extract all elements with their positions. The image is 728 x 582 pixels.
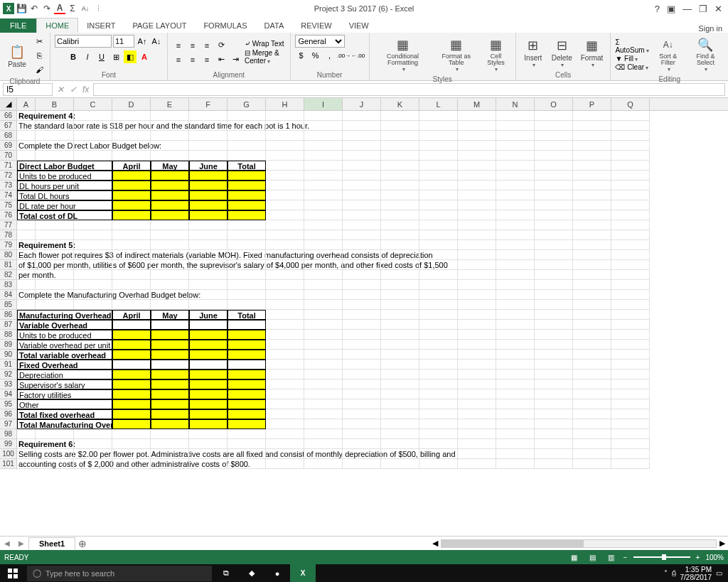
tab-review[interactable]: REVIEW (292, 18, 340, 33)
format-button[interactable]: ▦Format (578, 36, 606, 70)
cell-H86[interactable] (266, 310, 304, 320)
cell-K71[interactable] (381, 161, 419, 171)
cell-I90[interactable] (304, 350, 343, 360)
cell-F100[interactable] (189, 449, 228, 459)
cell-D73[interactable] (112, 180, 151, 190)
cell-A95[interactable]: Other (17, 399, 112, 409)
cell-K67[interactable] (381, 121, 419, 131)
cell-J99[interactable] (343, 439, 381, 449)
cell-Q69[interactable] (611, 141, 650, 151)
cell-F72[interactable] (189, 171, 228, 180)
cell-O76[interactable] (535, 210, 573, 220)
cell-K79[interactable] (381, 240, 419, 250)
cell-N75[interactable] (496, 200, 535, 210)
cell-D79[interactable] (112, 240, 151, 250)
cell-C68[interactable] (74, 131, 112, 141)
cell-F80[interactable] (189, 250, 228, 260)
cell-F87[interactable] (189, 320, 228, 330)
cell-C70[interactable] (74, 151, 112, 161)
cell-O87[interactable] (535, 320, 573, 330)
cell-C100[interactable] (74, 449, 112, 459)
cell-F66[interactable] (189, 111, 228, 121)
cell-H100[interactable] (266, 449, 304, 459)
cell-D71[interactable]: April (112, 161, 151, 171)
sort-filter-button[interactable]: A↓Sort & Filter (652, 35, 685, 74)
cell-Q73[interactable] (611, 180, 650, 190)
cell-M84[interactable] (458, 290, 496, 300)
cell-J95[interactable] (343, 399, 381, 409)
cell-N101[interactable] (496, 459, 535, 469)
cell-J100[interactable] (343, 449, 381, 459)
row-header-97[interactable]: 97 (0, 419, 17, 429)
tab-page-layout[interactable]: PAGE LAYOUT (124, 18, 195, 33)
cell-Q95[interactable] (611, 399, 650, 409)
cell-F95[interactable] (189, 399, 228, 409)
cell-F85[interactable] (189, 300, 228, 310)
cell-L76[interactable] (419, 210, 458, 220)
cell-P95[interactable] (573, 399, 611, 409)
cell-F76[interactable] (189, 210, 228, 220)
cell-Q67[interactable] (611, 121, 650, 131)
cell-I87[interactable] (304, 320, 343, 330)
row-header-67[interactable]: 67 (0, 121, 17, 131)
col-header-Q[interactable]: Q (611, 98, 650, 110)
cell-O73[interactable] (535, 180, 573, 190)
cell-F97[interactable] (189, 419, 228, 429)
cell-I95[interactable] (304, 399, 343, 409)
page-layout-view-icon[interactable]: ▤ (587, 552, 599, 562)
row-header-90[interactable]: 90 (0, 350, 17, 360)
cell-C85[interactable] (74, 300, 112, 310)
cell-G82[interactable] (228, 270, 266, 280)
cell-L68[interactable] (419, 131, 458, 141)
cell-I73[interactable] (304, 180, 343, 190)
cell-F91[interactable] (189, 360, 228, 370)
cell-E67[interactable] (151, 121, 189, 131)
cell-O95[interactable] (535, 399, 573, 409)
cell-P92[interactable] (573, 370, 611, 379)
cell-L86[interactable] (419, 310, 458, 320)
row-header-91[interactable]: 91 (0, 360, 17, 370)
cell-O94[interactable] (535, 389, 573, 399)
row-header-77[interactable]: 77 (0, 220, 17, 230)
cell-H97[interactable] (266, 419, 304, 429)
cell-B82[interactable] (36, 270, 74, 280)
cell-C101[interactable] (74, 459, 112, 469)
cell-N88[interactable] (496, 330, 535, 340)
cell-K86[interactable] (381, 310, 419, 320)
cell-D87[interactable] (112, 320, 151, 330)
cell-G92[interactable] (228, 370, 266, 379)
cell-L83[interactable] (419, 280, 458, 290)
row-header-72[interactable]: 72 (0, 171, 17, 180)
cell-P69[interactable] (573, 141, 611, 151)
cell-O84[interactable] (535, 290, 573, 300)
cell-M78[interactable] (458, 230, 496, 240)
cell-K88[interactable] (381, 330, 419, 340)
cell-O81[interactable] (535, 260, 573, 270)
row-header-86[interactable]: 86 (0, 310, 17, 320)
notifications-icon[interactable]: ▭ (716, 569, 722, 577)
cell-J93[interactable] (343, 379, 381, 389)
cell-O71[interactable] (535, 161, 573, 171)
taskbar-app-1[interactable]: ◆ (239, 564, 264, 582)
cell-D69[interactable] (112, 141, 151, 151)
cell-J78[interactable] (343, 230, 381, 240)
zoom-level[interactable]: 100% (705, 554, 724, 561)
cell-C99[interactable] (74, 439, 112, 449)
qat-customize-icon[interactable]: ⋮ (92, 3, 104, 14)
cell-L84[interactable] (419, 290, 458, 300)
cell-D81[interactable] (112, 260, 151, 270)
cell-P80[interactable] (573, 250, 611, 260)
cell-N74[interactable] (496, 190, 535, 200)
wrap-text-button[interactable]: ⤶ Wrap Text (245, 40, 286, 48)
cell-H70[interactable] (266, 151, 304, 161)
cell-B84[interactable] (36, 290, 74, 300)
cell-D95[interactable] (112, 399, 151, 409)
cell-D100[interactable] (112, 449, 151, 459)
cell-I101[interactable] (304, 459, 343, 469)
cell-N92[interactable] (496, 370, 535, 379)
cell-F68[interactable] (189, 131, 228, 141)
cell-L78[interactable] (419, 230, 458, 240)
cell-P98[interactable] (573, 429, 611, 439)
cell-B101[interactable] (36, 459, 74, 469)
cell-Q70[interactable] (611, 151, 650, 161)
